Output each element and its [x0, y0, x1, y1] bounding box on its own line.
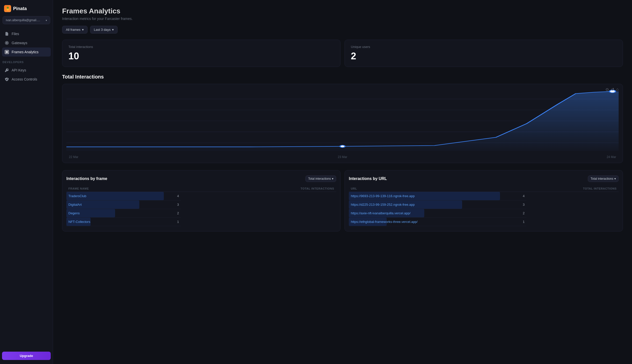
by-frame-table: FRAME NAME TOTAL INTERACTIONS TradersClu…	[66, 186, 336, 226]
sidebar-item-frames-analytics[interactable]: Frames Analytics	[2, 47, 51, 57]
sidebar-item-api-keys[interactable]: API Keys	[2, 66, 51, 75]
unique-users-card: Unique users 2	[345, 40, 623, 67]
time-filter[interactable]: Last 3 days ▾	[90, 26, 118, 34]
page-title: Frames Analytics	[62, 7, 623, 15]
total-interactions-value: 10	[68, 51, 334, 62]
shield-icon	[5, 77, 9, 82]
table-row: DigitalArt 3	[66, 200, 336, 209]
table-row: https://9693-213-99-139-116.ngrok-free.a…	[349, 192, 619, 200]
primary-nav: Files Gateways Frames Analytics	[0, 28, 53, 58]
url-count: 4	[523, 194, 524, 198]
chart-area	[66, 91, 619, 151]
url-count: 1	[523, 220, 524, 224]
svg-rect-1	[6, 51, 8, 53]
filter-bar: All frames ▾ Last 3 days ▾	[62, 26, 623, 34]
chart-point-23mar	[340, 145, 345, 147]
chart-title: Total Interactions	[62, 74, 623, 80]
chart-label-23mar: 23 Mar	[338, 155, 347, 159]
url-count: 2	[523, 211, 524, 215]
frame-count: 4	[177, 194, 179, 198]
logo-area: 🍍 Pinata	[0, 0, 53, 16]
frames-icon	[5, 50, 9, 54]
developers-section-label: DEVELOPERS	[0, 58, 53, 65]
by-frame-card: Interactions by frame Total interactions…	[62, 170, 340, 231]
gateways-icon	[5, 41, 9, 45]
url-value[interactable]: https://d225-213-99-159-252.ngrok-free.a…	[351, 203, 415, 206]
by-frame-filter[interactable]: Total interactions ▾	[305, 175, 336, 182]
table-row: NFT-Collectors 1	[66, 218, 336, 226]
frame-name[interactable]: Degens	[68, 211, 80, 215]
chart-container: ⊙ ↺ ⌂	[62, 84, 623, 163]
chart-x-labels: 22 Mar 23 Mar 24 Mar	[66, 154, 619, 159]
table-row: Degens 2	[66, 209, 336, 218]
upgrade-button[interactable]: Upgrade	[2, 352, 51, 360]
account-selector[interactable]: ivan.alberquilla@gmail.com'... ▾	[3, 16, 50, 24]
url-count: 3	[523, 203, 524, 206]
chevron-down-icon: ▾	[614, 177, 616, 180]
app-name: Pinata	[13, 6, 27, 11]
url-value[interactable]: https://9693-213-99-139-116.ngrok-free.a…	[351, 194, 415, 198]
chevron-down-icon: ▾	[112, 28, 114, 32]
sidebar-item-gateways-label: Gateways	[12, 41, 27, 45]
chart-action-undo[interactable]: ↺	[611, 87, 614, 92]
chart-label-24mar: 24 Mar	[607, 155, 616, 159]
frame-name[interactable]: TradersClub	[68, 194, 86, 198]
sidebar-item-access-controls-label: Access Controls	[12, 77, 37, 81]
chart-action-home[interactable]: ⌂	[616, 87, 619, 92]
key-icon	[5, 68, 9, 72]
frame-name[interactable]: NFT-Collectors	[68, 220, 90, 224]
account-email: ivan.alberquilla@gmail.com'...	[6, 18, 41, 22]
sidebar-item-files[interactable]: Files	[2, 29, 51, 38]
main-content: Frames Analytics Interaction metrics for…	[53, 0, 632, 364]
sidebar-item-files-label: Files	[12, 32, 19, 36]
col-frame-interactions: TOTAL INTERACTIONS	[181, 186, 336, 192]
unique-users-value: 2	[351, 51, 617, 62]
url-value[interactable]: https://axie-nft-ivanalberquilla.vercel.…	[351, 211, 410, 215]
unique-users-label: Unique users	[351, 45, 617, 49]
by-url-header: Interactions by URL Total interactions ▾	[349, 175, 619, 182]
chevron-down-icon: ▾	[46, 19, 47, 22]
table-row: https://d225-213-99-159-252.ngrok-free.a…	[349, 200, 619, 209]
frame-name[interactable]: DigitalArt	[68, 203, 82, 206]
dev-nav: API Keys Access Controls	[0, 65, 53, 85]
sidebar-item-frames-label: Frames Analytics	[12, 50, 39, 54]
sidebar-item-access-controls[interactable]: Access Controls	[2, 75, 51, 84]
page-header: Frames Analytics Interaction metrics for…	[62, 7, 623, 21]
interactions-chart	[66, 88, 619, 154]
col-url-interactions: TOTAL INTERACTIONS	[526, 186, 619, 192]
sidebar-item-gateways[interactable]: Gateways	[2, 38, 51, 47]
table-row: https://axie-nft-ivanalberquilla.vercel.…	[349, 209, 619, 218]
by-url-title: Interactions by URL	[349, 176, 387, 181]
sidebar-item-api-keys-label: API Keys	[12, 68, 26, 72]
frame-count: 2	[177, 211, 179, 215]
total-interactions-card: Total interactions 10	[62, 40, 340, 67]
by-url-card: Interactions by URL Total interactions ▾…	[345, 170, 623, 231]
frame-count: 1	[177, 220, 179, 224]
files-icon	[5, 32, 9, 36]
chevron-down-icon: ▾	[332, 177, 333, 180]
all-frames-filter[interactable]: All frames ▾	[62, 26, 88, 34]
frame-count: 3	[177, 203, 179, 206]
col-url-name: URL	[349, 186, 526, 192]
sidebar: 🍍 Pinata ivan.alberquilla@gmail.com'... …	[0, 0, 53, 364]
col-frame-name: FRAME NAME	[66, 186, 181, 192]
by-frame-header: Interactions by frame Total interactions…	[66, 175, 336, 182]
table-row: https://ethglobal-frameworks-three.verce…	[349, 218, 619, 226]
chart-action-reset[interactable]: ⊙	[605, 87, 609, 92]
chart-section: Total Interactions ⊙ ↺ ⌂	[62, 74, 623, 163]
by-url-filter[interactable]: Total interactions ▾	[588, 175, 619, 182]
by-frame-title: Interactions by frame	[66, 176, 107, 181]
tables-section: Interactions by frame Total interactions…	[62, 170, 623, 231]
page-subtitle: Interaction metrics for your Farcaster f…	[62, 17, 623, 21]
total-interactions-label: Total interactions	[68, 45, 334, 49]
by-url-table: URL TOTAL INTERACTIONS https://9693-213-…	[349, 186, 619, 226]
logo-icon: 🍍	[4, 5, 11, 12]
chevron-down-icon: ▾	[82, 28, 84, 32]
url-value[interactable]: https://ethglobal-frameworks-three.verce…	[351, 220, 417, 224]
chart-actions: ⊙ ↺ ⌂	[605, 87, 619, 92]
chart-label-22mar: 22 Mar	[69, 155, 78, 159]
sidebar-bottom: Upgrade	[0, 349, 53, 364]
stat-cards: Total interactions 10 Unique users 2	[62, 40, 623, 67]
table-row: TradersClub 4	[66, 192, 336, 200]
